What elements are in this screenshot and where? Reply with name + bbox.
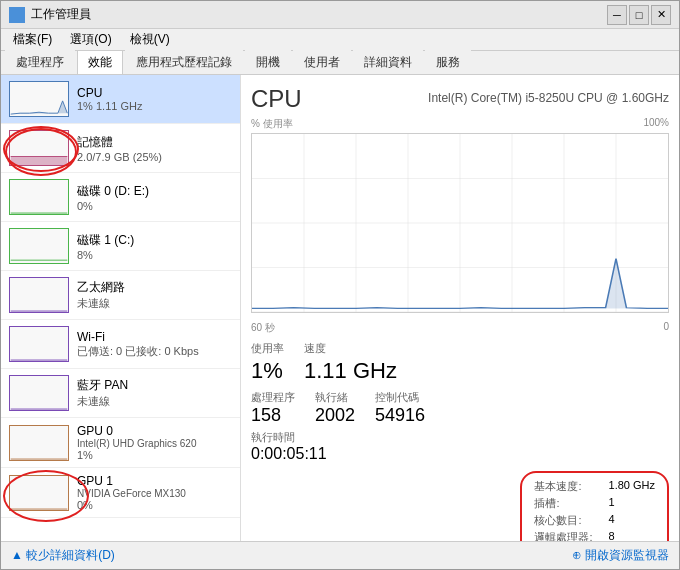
tab-performance[interactable]: 效能	[77, 50, 123, 74]
title-bar: 工作管理員 ─ □ ✕	[1, 1, 679, 29]
speed-value: 1.11 GHz	[304, 358, 397, 384]
bt-value: 未連線	[77, 394, 232, 409]
process-stats-row: 處理程序 158 執行緒 2002 控制代碼 54916	[251, 390, 669, 426]
sidebar-item-ethernet[interactable]: 乙太網路 未連線	[1, 271, 240, 320]
gpu0-label: GPU 0	[77, 424, 232, 438]
sidebar: CPU 1% 1.11 GHz 記憶體 2.0/7.9 GB (25%)	[1, 75, 241, 541]
base-speed-label: 基本速度:	[534, 479, 592, 494]
sidebar-item-disk1[interactable]: 磁碟 1 (C:) 8%	[1, 222, 240, 271]
threads-label: 執行緒	[315, 390, 355, 405]
less-detail-label: ▲ 較少詳細資料(D)	[11, 547, 115, 564]
wifi-info: Wi-Fi 已傳送: 0 已接收: 0 Kbps	[77, 330, 232, 359]
threads-stat: 執行緒 2002	[315, 390, 355, 426]
slots-value: 1	[609, 496, 655, 511]
svg-rect-0	[11, 157, 68, 166]
wifi-mini-graph	[9, 326, 69, 362]
slots-label: 插槽:	[534, 496, 592, 511]
sidebar-item-gpu0[interactable]: GPU 0 Intel(R) UHD Graphics 620 1%	[1, 418, 240, 468]
details-right-container: 基本速度: 1.80 GHz 插槽: 1 核心數目: 4 邏輯處理器: 8 虛擬…	[520, 471, 669, 541]
cpu-chart	[251, 133, 669, 313]
processes-label: 處理程序	[251, 390, 295, 405]
minimize-button[interactable]: ─	[607, 5, 627, 25]
menu-options[interactable]: 選項(O)	[62, 29, 119, 50]
disk0-mini-graph	[9, 179, 69, 215]
wifi-value: 已傳送: 0 已接收: 0 Kbps	[77, 344, 232, 359]
sidebar-item-wifi[interactable]: Wi-Fi 已傳送: 0 已接收: 0 Kbps	[1, 320, 240, 369]
speed-stat: 速度 1.11 GHz	[304, 341, 397, 384]
title-buttons: ─ □ ✕	[607, 5, 671, 25]
content-subtitle: Intel(R) Core(TM) i5-8250U CPU @ 1.60GHz	[428, 91, 669, 105]
tab-app-history[interactable]: 應用程式歷程記錄	[125, 50, 243, 74]
gpu1-value: 0%	[77, 499, 232, 511]
sidebar-item-cpu[interactable]: CPU 1% 1.11 GHz	[1, 75, 240, 124]
menu-bar: 檔案(F) 選項(O) 檢視(V)	[1, 29, 679, 51]
sidebar-item-bluetooth[interactable]: 藍牙 PAN 未連線	[1, 369, 240, 418]
chart-x-label: 60 秒 0	[251, 321, 669, 335]
cpu-chart-svg	[252, 134, 668, 312]
mem-value: 2.0/7.9 GB (25%)	[77, 151, 232, 163]
base-speed-value: 1.80 GHz	[609, 479, 655, 494]
uptime-label: 執行時間	[251, 430, 669, 445]
details-left-placeholder	[251, 471, 508, 541]
handles-stat: 控制代碼 54916	[375, 390, 425, 426]
details-right: 基本速度: 1.80 GHz 插槽: 1 核心數目: 4 邏輯處理器: 8 虛擬…	[520, 471, 669, 541]
content-panel: CPU Intel(R) Core(TM) i5-8250U CPU @ 1.6…	[241, 75, 679, 541]
task-manager-window: 工作管理員 ─ □ ✕ 檔案(F) 選項(O) 檢視(V) 處理程序 效能 應用…	[0, 0, 680, 570]
uptime-section: 執行時間 0:00:05:11	[251, 430, 669, 463]
main-content: CPU 1% 1.11 GHz 記憶體 2.0/7.9 GB (25%)	[1, 75, 679, 541]
title-bar-left: 工作管理員	[9, 6, 91, 23]
gpu0-mini-graph	[9, 425, 69, 461]
eth-value: 未連線	[77, 296, 232, 311]
mem-mini-graph	[9, 130, 69, 166]
less-detail-button[interactable]: ▲ 較少詳細資料(D)	[11, 547, 115, 564]
tab-users[interactable]: 使用者	[293, 50, 351, 74]
handles-value: 54916	[375, 405, 425, 426]
wifi-label: Wi-Fi	[77, 330, 232, 344]
usage-value: 1%	[251, 358, 284, 384]
content-title-group: CPU	[251, 85, 302, 113]
uptime-value: 0:00:05:11	[251, 445, 669, 463]
content-title: CPU	[251, 85, 302, 113]
cores-value: 4	[609, 513, 655, 528]
logical-value: 8	[609, 530, 655, 541]
tab-processes[interactable]: 處理程序	[5, 50, 75, 74]
gpu1-info: GPU 1 NVIDIA GeForce MX130 0%	[77, 474, 232, 511]
gpu0-info: GPU 0 Intel(R) UHD Graphics 620 1%	[77, 424, 232, 461]
disk1-label: 磁碟 1 (C:)	[77, 232, 232, 249]
usage-stat: 使用率 1%	[251, 341, 284, 384]
gpu1-mini-graph	[9, 475, 69, 511]
cpu-mini-graph	[9, 81, 69, 117]
cpu-info: CPU 1% 1.11 GHz	[77, 86, 232, 112]
gpu1-label: GPU 1	[77, 474, 232, 488]
chart-x-right: 0	[663, 321, 669, 335]
window-title: 工作管理員	[31, 6, 91, 23]
close-button[interactable]: ✕	[651, 5, 671, 25]
menu-file[interactable]: 檔案(F)	[5, 29, 60, 50]
tab-services[interactable]: 服務	[425, 50, 471, 74]
logical-label: 邏輯處理器:	[534, 530, 592, 541]
threads-value: 2002	[315, 405, 355, 426]
disk1-mini-graph	[9, 228, 69, 264]
cpu-label: CPU	[77, 86, 232, 100]
usage-label: 使用率	[251, 341, 284, 356]
sidebar-item-gpu1[interactable]: GPU 1 NVIDIA GeForce MX130 0%	[1, 468, 240, 518]
cores-label: 核心數目:	[534, 513, 592, 528]
chart-y-label: % 使用率	[251, 117, 293, 131]
chart-x-left: 60 秒	[251, 321, 275, 335]
tab-startup[interactable]: 開機	[245, 50, 291, 74]
sidebar-item-disk0[interactable]: 磁碟 0 (D: E:) 0%	[1, 173, 240, 222]
disk0-value: 0%	[77, 200, 232, 212]
disk1-info: 磁碟 1 (C:) 8%	[77, 232, 232, 261]
maximize-button[interactable]: □	[629, 5, 649, 25]
app-icon	[9, 7, 25, 23]
bt-mini-graph	[9, 375, 69, 411]
sidebar-item-memory[interactable]: 記憶體 2.0/7.9 GB (25%)	[1, 124, 240, 173]
chart-y-max: 100%	[643, 117, 669, 131]
open-resource-button[interactable]: ⊕ 開啟資源監視器	[572, 547, 669, 564]
menu-view[interactable]: 檢視(V)	[122, 29, 178, 50]
bt-label: 藍牙 PAN	[77, 377, 232, 394]
processes-value: 158	[251, 405, 295, 426]
tab-details[interactable]: 詳細資料	[353, 50, 423, 74]
disk0-label: 磁碟 0 (D: E:)	[77, 183, 232, 200]
cpu-value: 1% 1.11 GHz	[77, 100, 232, 112]
